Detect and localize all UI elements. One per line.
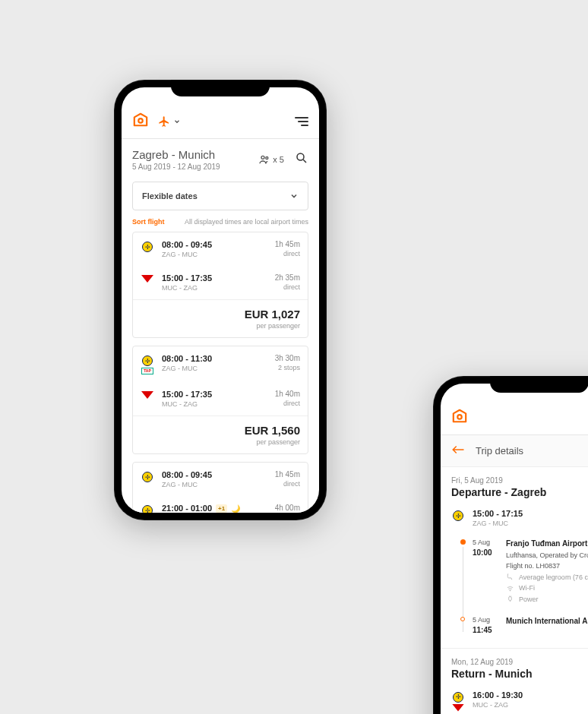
lufthansa-icon: ✢ [142, 505, 153, 513]
leg-duration: 2h 35m [275, 273, 300, 282]
divider [441, 648, 588, 649]
route-title: Zagreb - Munich [132, 148, 248, 161]
local-times-note: All displayed times are local airport ti… [185, 218, 308, 226]
timeline-start-dot-icon [460, 539, 466, 545]
trip-details-body: Fri, 5 Aug 2019 Departure - Zagreb ✢ 15:… [441, 467, 588, 714]
amenity-legroom: Average legroom (76 cm) [506, 572, 588, 583]
price: EUR 1,560 [141, 424, 300, 437]
wifi-icon [506, 584, 514, 592]
leg-duration: 1h 45m [275, 240, 300, 248]
flight-leg: ✢ 08:00 - 09:45 ZAG - MUC 1h 45m direct [133, 232, 308, 266]
power-icon [506, 595, 514, 603]
leg-times: 21:00 - 01:00 +1 🌙 [162, 504, 267, 513]
flight-leg: 15:00 - 17:35 MUC - ZAG 1h 40m direct [133, 382, 308, 415]
return-title: Return - Munich [451, 668, 588, 680]
leg-times: 08:00 - 09:45 [162, 240, 267, 249]
lufthansa-icon: ✢ [453, 692, 463, 703]
sort-row: Sort flight All displayed times are loca… [122, 218, 319, 232]
svg-point-4 [457, 415, 461, 419]
leg-route: MUC - ZAG [162, 284, 267, 292]
swiss-icon [452, 704, 464, 712]
departure-title: Departure - Zagreb [451, 486, 588, 498]
timeline-end-dot-icon [460, 617, 465, 621]
leg-times: 08:00 - 11:30 [162, 354, 267, 363]
leg-stops: 2 stops [275, 364, 300, 371]
price-row: EUR 1,560 per passenger [133, 415, 308, 453]
overnight-icon: 🌙 [231, 504, 240, 513]
lufthansa-icon: ✢ [142, 242, 153, 252]
screen: Zagreb - Munich 5 Aug 2019 - 12 Aug 2019… [122, 87, 319, 513]
amenity-wifi: Wi-Fi [506, 583, 588, 593]
flexible-dates-label: Flexible dates [142, 191, 198, 201]
airport-name: Munich International Airport, [506, 615, 588, 627]
svg-point-5 [510, 590, 511, 591]
flight-leg: ✢ TAP 08:00 - 11:30 ZAG - MUC 3h 30m 2 s… [133, 346, 308, 382]
phone-notch [171, 80, 270, 96]
leg-times: 15:00 - 17:35 [162, 273, 267, 283]
segment-time: 10:00 [473, 548, 498, 558]
price: EUR 1,027 [141, 308, 300, 321]
search-icon[interactable] [295, 151, 308, 168]
price-sublabel: per passenger [141, 438, 300, 446]
phone-search-results: Zagreb - Munich 5 Aug 2019 - 12 Aug 2019… [114, 80, 327, 520]
leg-duration: 3h 30m [275, 354, 300, 362]
menu-icon[interactable] [295, 117, 308, 126]
leg-stops: direct [275, 283, 300, 291]
summary-leg[interactable]: ✢ 15:00 - 17:15 ZAG - MUC [451, 506, 588, 535]
lufthansa-icon: ✢ [142, 472, 153, 482]
flight-timeline: 5 Aug 10:00 Franjo Tuđman Airport Zagre … [451, 535, 588, 639]
tap-icon: TAP [141, 368, 153, 374]
segment-date: 5 Aug [473, 615, 498, 625]
svg-rect-6 [509, 597, 512, 601]
svg-point-3 [297, 153, 304, 160]
leg-route: MUC - ZAG [473, 701, 588, 709]
price-sublabel: per passenger [141, 322, 300, 330]
phone-notch [490, 376, 588, 393]
search-summary: Zagreb - Munich 5 Aug 2019 - 12 Aug 2019… [122, 139, 319, 178]
passenger-count[interactable]: x 5 [258, 153, 284, 166]
leg-route: ZAG - MUC [162, 481, 267, 488]
flight-result-card[interactable]: ✢ 08:00 - 09:45 ZAG - MUC 1h 45m direct … [132, 232, 308, 338]
amenity-power: Power [506, 594, 588, 605]
app-bar [122, 104, 319, 139]
leg-route: MUC - ZAG [162, 400, 267, 408]
leg-times: 15:00 - 17:35 [162, 390, 267, 399]
flight-leg: ✢ 21:00 - 01:00 +1 🌙 MUC - ZAG 4h 00m [133, 496, 308, 513]
passengers-icon [258, 153, 270, 166]
svg-point-0 [138, 118, 142, 122]
leg-duration: 1h 40m [275, 390, 300, 398]
passenger-count-label: x 5 [273, 155, 284, 164]
screen: Trip details Fri, 5 Aug 2019 Departure -… [441, 384, 588, 714]
price-row: EUR 1,027 per passenger [133, 299, 308, 337]
page-header: Trip details [441, 435, 588, 467]
return-date: Mon, 12 Aug 2019 [451, 658, 588, 666]
leg-stops: direct [275, 400, 300, 407]
swiss-icon [141, 275, 153, 283]
leg-stops: direct [275, 250, 300, 257]
leg-route: ZAG - MUC [473, 520, 588, 527]
day-offset-badge: +1 [216, 504, 227, 513]
chevron-down-icon [173, 118, 181, 125]
flight-result-card[interactable]: ✢ TAP 08:00 - 11:30 ZAG - MUC 3h 30m 2 s… [132, 346, 308, 454]
leg-route: ZAG - MUC [162, 365, 267, 372]
swiss-icon [141, 391, 153, 399]
travel-type-selector[interactable] [158, 115, 181, 128]
app-logo-icon[interactable] [451, 409, 468, 427]
flexible-dates-dropdown[interactable]: Flexible dates [132, 182, 308, 210]
flight-number: Flight no. LH0837 [506, 561, 588, 571]
leg-times: 15:00 - 17:15 [473, 509, 588, 518]
airplane-icon [158, 115, 170, 128]
sort-flight-link[interactable]: Sort flight [132, 218, 165, 226]
back-arrow-icon[interactable] [451, 444, 465, 458]
summary-leg[interactable]: ✢ 16:00 - 19:30 MUC - ZAG [451, 687, 588, 714]
flight-result-card[interactable]: ✢ 08:00 - 09:45 ZAG - MUC 1h 45m direct … [132, 462, 308, 513]
leg-duration: 4h 00m [275, 504, 300, 512]
operator: Lufthansa, Operated by Croatia Ai [506, 550, 588, 561]
app-logo-icon[interactable] [132, 112, 149, 131]
svg-point-1 [261, 156, 264, 159]
leg-times: 08:00 - 09:45 [162, 470, 267, 479]
leg-stops: direct [275, 480, 300, 488]
airport-name: Franjo Tuđman Airport Zagre [506, 538, 588, 550]
segment-time: 11:45 [473, 625, 498, 636]
page-title: Trip details [476, 445, 588, 457]
